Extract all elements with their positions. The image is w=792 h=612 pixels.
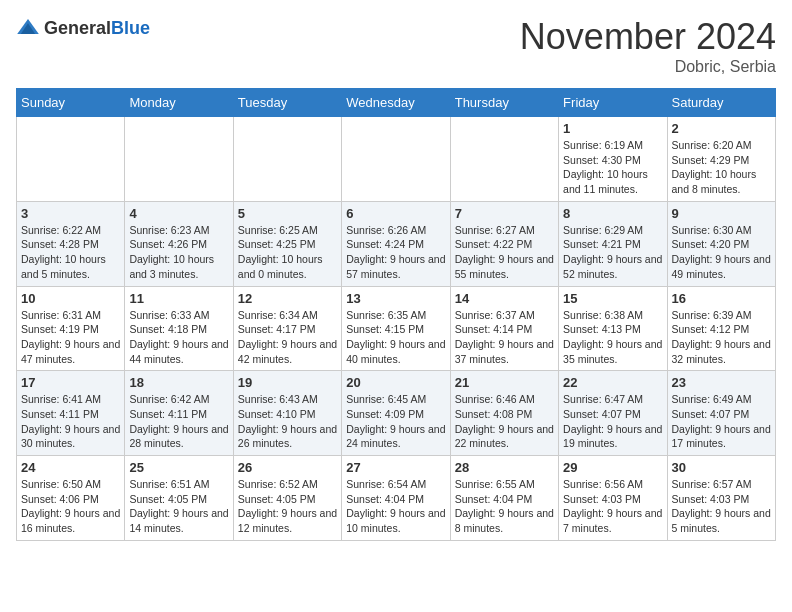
calendar-cell: 22Sunrise: 6:47 AMSunset: 4:07 PMDayligh… xyxy=(559,371,667,456)
weekday-header-sunday: Sunday xyxy=(17,89,125,117)
day-number: 28 xyxy=(455,460,554,475)
calendar-cell: 16Sunrise: 6:39 AMSunset: 4:12 PMDayligh… xyxy=(667,286,775,371)
title-section: November 2024 Dobric, Serbia xyxy=(520,16,776,76)
day-info: Sunrise: 6:57 AMSunset: 4:03 PMDaylight:… xyxy=(672,477,771,536)
day-number: 20 xyxy=(346,375,445,390)
day-number: 23 xyxy=(672,375,771,390)
calendar-cell: 20Sunrise: 6:45 AMSunset: 4:09 PMDayligh… xyxy=(342,371,450,456)
day-info: Sunrise: 6:52 AMSunset: 4:05 PMDaylight:… xyxy=(238,477,337,536)
calendar-cell: 1Sunrise: 6:19 AMSunset: 4:30 PMDaylight… xyxy=(559,117,667,202)
calendar-cell: 30Sunrise: 6:57 AMSunset: 4:03 PMDayligh… xyxy=(667,456,775,541)
day-number: 10 xyxy=(21,291,120,306)
day-number: 9 xyxy=(672,206,771,221)
day-info: Sunrise: 6:45 AMSunset: 4:09 PMDaylight:… xyxy=(346,392,445,451)
day-number: 24 xyxy=(21,460,120,475)
day-info: Sunrise: 6:41 AMSunset: 4:11 PMDaylight:… xyxy=(21,392,120,451)
day-number: 4 xyxy=(129,206,228,221)
calendar-cell: 5Sunrise: 6:25 AMSunset: 4:25 PMDaylight… xyxy=(233,201,341,286)
day-number: 30 xyxy=(672,460,771,475)
day-number: 25 xyxy=(129,460,228,475)
logo-blue: Blue xyxy=(111,18,150,38)
calendar-cell: 26Sunrise: 6:52 AMSunset: 4:05 PMDayligh… xyxy=(233,456,341,541)
calendar-cell: 25Sunrise: 6:51 AMSunset: 4:05 PMDayligh… xyxy=(125,456,233,541)
calendar-cell: 27Sunrise: 6:54 AMSunset: 4:04 PMDayligh… xyxy=(342,456,450,541)
logo-icon xyxy=(16,16,40,40)
day-info: Sunrise: 6:43 AMSunset: 4:10 PMDaylight:… xyxy=(238,392,337,451)
calendar-cell: 29Sunrise: 6:56 AMSunset: 4:03 PMDayligh… xyxy=(559,456,667,541)
day-info: Sunrise: 6:39 AMSunset: 4:12 PMDaylight:… xyxy=(672,308,771,367)
day-info: Sunrise: 6:22 AMSunset: 4:28 PMDaylight:… xyxy=(21,223,120,282)
calendar-cell: 17Sunrise: 6:41 AMSunset: 4:11 PMDayligh… xyxy=(17,371,125,456)
day-number: 7 xyxy=(455,206,554,221)
calendar-table: SundayMondayTuesdayWednesdayThursdayFrid… xyxy=(16,88,776,541)
calendar-cell xyxy=(342,117,450,202)
day-number: 12 xyxy=(238,291,337,306)
weekday-header-friday: Friday xyxy=(559,89,667,117)
calendar-week-4: 17Sunrise: 6:41 AMSunset: 4:11 PMDayligh… xyxy=(17,371,776,456)
day-info: Sunrise: 6:56 AMSunset: 4:03 PMDaylight:… xyxy=(563,477,662,536)
day-number: 19 xyxy=(238,375,337,390)
weekday-header-tuesday: Tuesday xyxy=(233,89,341,117)
day-number: 14 xyxy=(455,291,554,306)
day-number: 22 xyxy=(563,375,662,390)
calendar-cell: 24Sunrise: 6:50 AMSunset: 4:06 PMDayligh… xyxy=(17,456,125,541)
month-title: November 2024 xyxy=(520,16,776,58)
day-number: 21 xyxy=(455,375,554,390)
calendar-cell: 10Sunrise: 6:31 AMSunset: 4:19 PMDayligh… xyxy=(17,286,125,371)
logo: GeneralBlue xyxy=(16,16,150,40)
calendar-cell: 12Sunrise: 6:34 AMSunset: 4:17 PMDayligh… xyxy=(233,286,341,371)
calendar-cell: 23Sunrise: 6:49 AMSunset: 4:07 PMDayligh… xyxy=(667,371,775,456)
calendar-cell: 15Sunrise: 6:38 AMSunset: 4:13 PMDayligh… xyxy=(559,286,667,371)
calendar-cell: 19Sunrise: 6:43 AMSunset: 4:10 PMDayligh… xyxy=(233,371,341,456)
day-info: Sunrise: 6:38 AMSunset: 4:13 PMDaylight:… xyxy=(563,308,662,367)
calendar-cell: 6Sunrise: 6:26 AMSunset: 4:24 PMDaylight… xyxy=(342,201,450,286)
day-info: Sunrise: 6:26 AMSunset: 4:24 PMDaylight:… xyxy=(346,223,445,282)
day-number: 18 xyxy=(129,375,228,390)
day-number: 6 xyxy=(346,206,445,221)
day-info: Sunrise: 6:23 AMSunset: 4:26 PMDaylight:… xyxy=(129,223,228,282)
calendar-cell: 7Sunrise: 6:27 AMSunset: 4:22 PMDaylight… xyxy=(450,201,558,286)
calendar-cell: 18Sunrise: 6:42 AMSunset: 4:11 PMDayligh… xyxy=(125,371,233,456)
calendar-body: 1Sunrise: 6:19 AMSunset: 4:30 PMDaylight… xyxy=(17,117,776,541)
day-info: Sunrise: 6:37 AMSunset: 4:14 PMDaylight:… xyxy=(455,308,554,367)
day-number: 15 xyxy=(563,291,662,306)
calendar-cell: 13Sunrise: 6:35 AMSunset: 4:15 PMDayligh… xyxy=(342,286,450,371)
weekday-header-saturday: Saturday xyxy=(667,89,775,117)
page-header: GeneralBlue November 2024 Dobric, Serbia xyxy=(16,16,776,76)
calendar-cell: 21Sunrise: 6:46 AMSunset: 4:08 PMDayligh… xyxy=(450,371,558,456)
day-number: 11 xyxy=(129,291,228,306)
day-info: Sunrise: 6:31 AMSunset: 4:19 PMDaylight:… xyxy=(21,308,120,367)
day-info: Sunrise: 6:33 AMSunset: 4:18 PMDaylight:… xyxy=(129,308,228,367)
day-info: Sunrise: 6:50 AMSunset: 4:06 PMDaylight:… xyxy=(21,477,120,536)
calendar-cell: 2Sunrise: 6:20 AMSunset: 4:29 PMDaylight… xyxy=(667,117,775,202)
day-info: Sunrise: 6:42 AMSunset: 4:11 PMDaylight:… xyxy=(129,392,228,451)
calendar-cell: 9Sunrise: 6:30 AMSunset: 4:20 PMDaylight… xyxy=(667,201,775,286)
calendar-cell: 8Sunrise: 6:29 AMSunset: 4:21 PMDaylight… xyxy=(559,201,667,286)
weekday-header-thursday: Thursday xyxy=(450,89,558,117)
calendar-cell: 11Sunrise: 6:33 AMSunset: 4:18 PMDayligh… xyxy=(125,286,233,371)
day-number: 13 xyxy=(346,291,445,306)
calendar-cell: 4Sunrise: 6:23 AMSunset: 4:26 PMDaylight… xyxy=(125,201,233,286)
calendar-header-row: SundayMondayTuesdayWednesdayThursdayFrid… xyxy=(17,89,776,117)
day-info: Sunrise: 6:47 AMSunset: 4:07 PMDaylight:… xyxy=(563,392,662,451)
day-info: Sunrise: 6:30 AMSunset: 4:20 PMDaylight:… xyxy=(672,223,771,282)
day-info: Sunrise: 6:19 AMSunset: 4:30 PMDaylight:… xyxy=(563,138,662,197)
calendar-cell xyxy=(233,117,341,202)
calendar-week-2: 3Sunrise: 6:22 AMSunset: 4:28 PMDaylight… xyxy=(17,201,776,286)
day-number: 16 xyxy=(672,291,771,306)
day-info: Sunrise: 6:49 AMSunset: 4:07 PMDaylight:… xyxy=(672,392,771,451)
day-number: 26 xyxy=(238,460,337,475)
day-info: Sunrise: 6:29 AMSunset: 4:21 PMDaylight:… xyxy=(563,223,662,282)
calendar-cell: 28Sunrise: 6:55 AMSunset: 4:04 PMDayligh… xyxy=(450,456,558,541)
day-info: Sunrise: 6:27 AMSunset: 4:22 PMDaylight:… xyxy=(455,223,554,282)
day-number: 17 xyxy=(21,375,120,390)
day-info: Sunrise: 6:46 AMSunset: 4:08 PMDaylight:… xyxy=(455,392,554,451)
day-info: Sunrise: 6:35 AMSunset: 4:15 PMDaylight:… xyxy=(346,308,445,367)
day-info: Sunrise: 6:51 AMSunset: 4:05 PMDaylight:… xyxy=(129,477,228,536)
day-info: Sunrise: 6:20 AMSunset: 4:29 PMDaylight:… xyxy=(672,138,771,197)
calendar-week-1: 1Sunrise: 6:19 AMSunset: 4:30 PMDaylight… xyxy=(17,117,776,202)
day-number: 1 xyxy=(563,121,662,136)
day-number: 5 xyxy=(238,206,337,221)
weekday-header-wednesday: Wednesday xyxy=(342,89,450,117)
calendar-cell xyxy=(17,117,125,202)
